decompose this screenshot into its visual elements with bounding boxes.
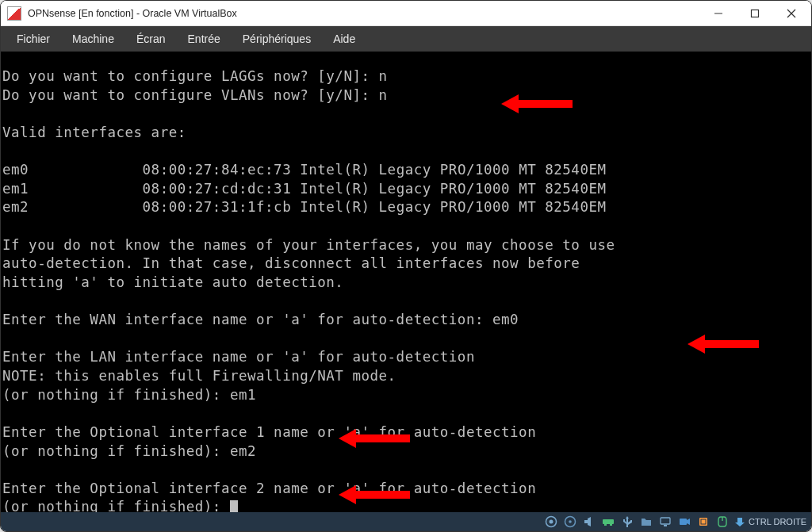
iface-em0-mac: 08:00:27:84:ec:73 bbox=[143, 162, 292, 178]
host-key-indicator[interactable]: CTRL DROITE bbox=[734, 516, 806, 527]
mouse-integration-icon[interactable] bbox=[715, 515, 730, 529]
terminal-output[interactable]: Do you want to configure LAGGs now? [y/N… bbox=[1, 52, 811, 512]
menubar: Fichier Machine Écran Entrée Périphériqu… bbox=[1, 26, 811, 52]
menu-machine[interactable]: Machine bbox=[63, 29, 124, 48]
maximize-icon bbox=[750, 9, 760, 18]
svg-marker-13 bbox=[588, 517, 591, 526]
opt1-prompt-2: (or nothing if finished): em2 bbox=[2, 443, 256, 459]
laggs-prompt: Do you want to configure LAGGs now? [y/N… bbox=[2, 68, 388, 84]
titlebar: OPNsense [En fonction] - Oracle VM Virtu… bbox=[1, 1, 811, 26]
display-icon[interactable] bbox=[658, 515, 672, 529]
maximize-button[interactable] bbox=[737, 1, 773, 26]
iface-em2-name: em2 bbox=[2, 199, 29, 215]
iface-em0-name: em0 bbox=[2, 162, 29, 178]
svg-rect-1 bbox=[752, 10, 759, 17]
terminal-cursor bbox=[230, 500, 238, 512]
iface-em2-desc: Intel(R) Legacy PRO/1000 MT 82540EM bbox=[300, 199, 606, 215]
info-line-3: hitting 'a' to initiate auto detection. bbox=[2, 274, 343, 290]
svg-rect-12 bbox=[584, 520, 588, 523]
svg-marker-5 bbox=[688, 335, 759, 354]
svg-rect-19 bbox=[680, 519, 687, 525]
opt2-prompt-1: Enter the Optional interface 2 name or '… bbox=[2, 480, 536, 496]
host-key-label: CTRL DROITE bbox=[749, 517, 806, 526]
window-controls bbox=[700, 1, 810, 26]
menu-ecran[interactable]: Écran bbox=[127, 29, 175, 48]
menu-entree[interactable]: Entrée bbox=[178, 29, 230, 48]
svg-marker-4 bbox=[501, 94, 573, 113]
info-line-2: auto-detection. In that case, disconnect… bbox=[2, 255, 580, 271]
optical-icon[interactable] bbox=[563, 515, 577, 529]
menu-peripheriques[interactable]: Périphériques bbox=[233, 29, 320, 48]
vlans-prompt: Do you want to configure VLANs now? [y/N… bbox=[2, 87, 388, 103]
window-title: OPNsense [En fonction] - Oracle VM Virtu… bbox=[28, 8, 700, 19]
opt1-prompt-1: Enter the Optional interface 1 name or '… bbox=[2, 424, 536, 440]
keyboard-arrow-icon bbox=[734, 516, 745, 527]
svg-point-9 bbox=[550, 520, 553, 524]
virtualbox-window: OPNsense [En fonction] - Oracle VM Virtu… bbox=[0, 0, 812, 532]
annotation-arrow-2 bbox=[635, 314, 707, 336]
close-button[interactable] bbox=[773, 1, 810, 26]
svg-rect-15 bbox=[604, 524, 607, 526]
hdd-icon[interactable] bbox=[544, 515, 558, 529]
lan-prompt-1: Enter the LAN interface name or 'a' for … bbox=[2, 349, 475, 365]
wan-prompt: Enter the WAN interface name or 'a' for … bbox=[2, 312, 519, 327]
shared-folders-icon[interactable] bbox=[639, 515, 653, 529]
close-icon bbox=[787, 9, 796, 18]
lan-note: NOTE: this enables full Firewalling/NAT … bbox=[2, 368, 396, 384]
iface-em0-desc: Intel(R) Legacy PRO/1000 MT 82540EM bbox=[300, 162, 606, 178]
svg-rect-17 bbox=[661, 518, 670, 524]
iface-em2-mac: 08:00:27:31:1f:cb bbox=[143, 199, 292, 215]
svg-point-11 bbox=[569, 520, 572, 523]
iface-em1-mac: 08:00:27:cd:dc:31 bbox=[143, 181, 292, 197]
svg-rect-16 bbox=[610, 524, 612, 526]
annotation-arrow-1 bbox=[449, 74, 520, 96]
svg-rect-14 bbox=[603, 519, 614, 524]
info-line-1: If you do not know the names of your int… bbox=[2, 237, 615, 253]
cpu-icon[interactable] bbox=[696, 515, 710, 529]
network-icon[interactable] bbox=[601, 515, 615, 529]
audio-icon[interactable] bbox=[582, 515, 596, 529]
iface-em1-desc: Intel(R) Legacy PRO/1000 MT 82540EM bbox=[300, 181, 606, 197]
svg-rect-18 bbox=[664, 525, 667, 526]
recording-icon[interactable] bbox=[677, 515, 691, 529]
menu-fichier[interactable]: Fichier bbox=[7, 29, 59, 48]
svg-marker-20 bbox=[687, 519, 690, 525]
opt2-prompt-2: (or nothing if finished): bbox=[2, 499, 230, 512]
minimize-button[interactable] bbox=[700, 1, 737, 26]
lan-prompt-2: (or nothing if finished): em1 bbox=[2, 387, 256, 403]
menu-aide[interactable]: Aide bbox=[324, 29, 365, 48]
usb-icon[interactable] bbox=[620, 515, 634, 529]
valid-interfaces-header: Valid interfaces are: bbox=[2, 124, 186, 140]
iface-em1-name: em1 bbox=[2, 181, 29, 197]
statusbar: CTRL DROITE bbox=[1, 512, 811, 531]
minimize-icon bbox=[714, 9, 723, 18]
app-icon bbox=[7, 6, 21, 21]
